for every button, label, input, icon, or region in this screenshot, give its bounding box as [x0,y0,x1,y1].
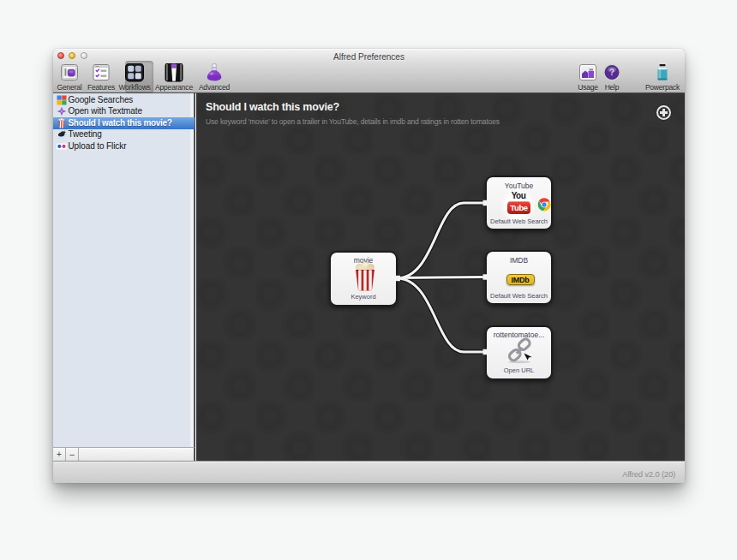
svg-text:?: ? [609,68,614,77]
